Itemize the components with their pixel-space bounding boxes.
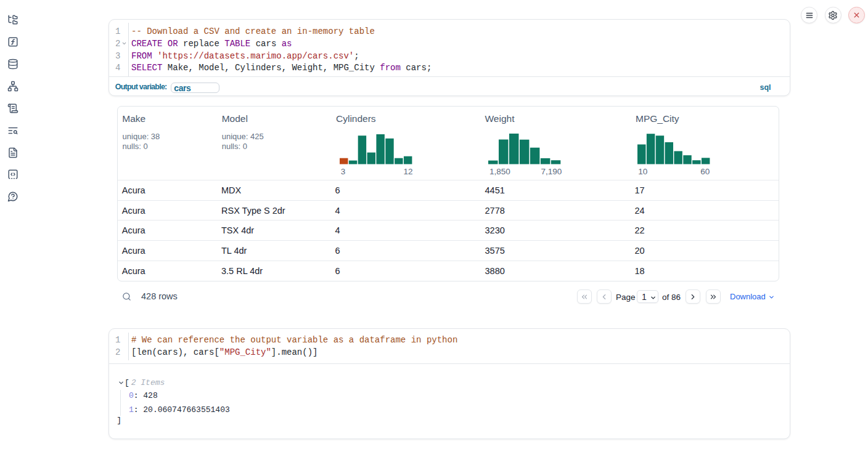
svg-text:12: 12 [403, 167, 412, 176]
svg-text:10: 10 [638, 167, 647, 176]
svg-text:3: 3 [341, 167, 346, 176]
svg-text:1,850: 1,850 [489, 167, 510, 176]
svg-text:7,190: 7,190 [541, 167, 562, 176]
svg-text:60: 60 [700, 167, 710, 176]
